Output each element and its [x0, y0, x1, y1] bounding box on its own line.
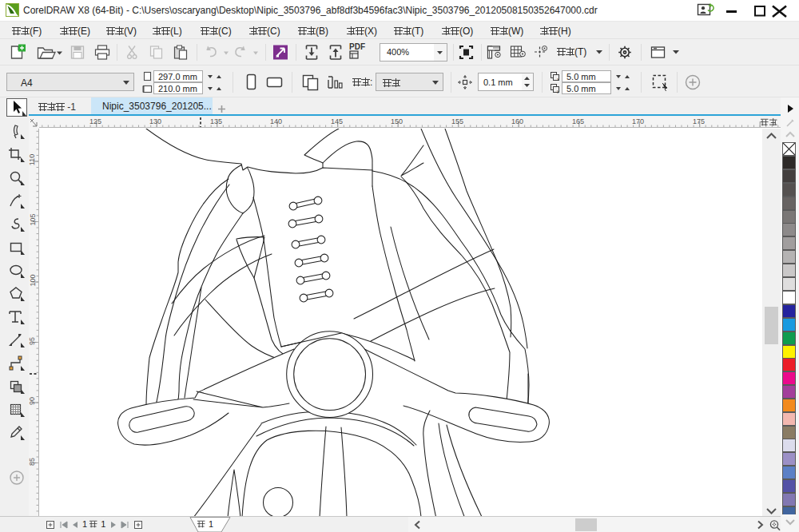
svg-text:y: y — [557, 89, 559, 93]
svg-text:x: x — [557, 77, 559, 81]
